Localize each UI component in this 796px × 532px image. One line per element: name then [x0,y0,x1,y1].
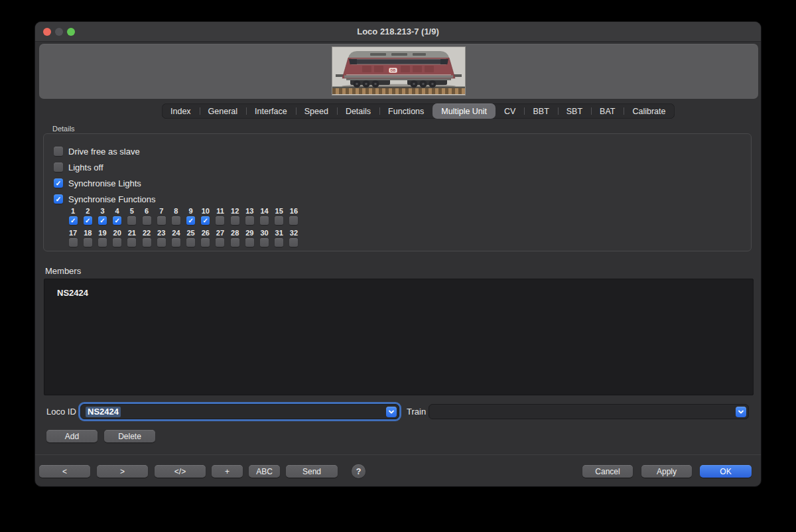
prev-button[interactable]: < [39,465,90,478]
function-checkbox-16[interactable] [289,216,298,225]
plus-button[interactable]: + [212,465,243,478]
function-number: 4 [115,207,119,216]
tab-details[interactable]: Details [337,103,379,119]
function-number: 21 [128,229,136,237]
function-checkbox-29[interactable] [245,238,254,247]
checkbox-icon[interactable] [54,147,63,156]
function-column: 1✓ [66,207,80,225]
member-item[interactable]: NS2424 [44,279,753,298]
title-bar[interactable]: Loco 218.213-7 (1/9) [35,22,761,42]
checkbox-row: Lights off [54,159,156,175]
function-checkbox-4[interactable]: ✓ [113,216,121,225]
function-checkbox-26[interactable] [201,238,210,247]
function-column: 12 [228,207,242,225]
function-checkbox-15[interactable] [275,216,283,225]
ok-button[interactable]: OK [700,465,752,478]
tab-interface[interactable]: Interface [246,103,296,119]
function-checkbox-2[interactable]: ✓ [84,216,92,225]
send-button[interactable]: Send [286,465,338,478]
function-checkbox-1[interactable]: ✓ [69,216,78,225]
function-checkbox-23[interactable] [157,238,166,247]
checkbox-icon[interactable] [54,163,63,172]
function-checkbox-12[interactable] [231,216,239,225]
checkbox-label: Lights off [68,163,103,172]
function-number: 23 [157,229,165,237]
tab-speed[interactable]: Speed [296,103,337,119]
checkbox-icon[interactable]: ✓ [54,178,63,188]
function-number: 16 [290,207,298,216]
checkbox-label: Drive free as slave [68,147,140,157]
function-checkbox-30[interactable] [260,238,269,247]
function-column: 8 [168,207,183,225]
function-checkbox-20[interactable] [113,238,121,247]
function-checkbox-24[interactable] [172,238,180,247]
checkbox-label: Synchronise Functions [68,194,156,204]
function-checkbox-9[interactable]: ✓ [186,216,195,225]
function-checkbox-31[interactable] [275,238,283,247]
function-checkbox-13[interactable] [245,216,254,225]
window-title: Loco 218.213-7 (1/9) [35,27,761,36]
train-combobox[interactable] [429,404,749,419]
tab-general[interactable]: General [200,103,246,119]
function-column: 15 [272,207,287,225]
next-button[interactable]: > [97,465,148,478]
function-checkbox-18[interactable] [84,238,92,247]
add-button[interactable]: Add [46,430,98,442]
function-checkbox-5[interactable] [127,216,136,225]
tab-sbt[interactable]: SBT [558,103,591,119]
function-checkbox-22[interactable] [143,238,151,247]
loco-dialog-window: Loco 218.213-7 (1/9) [34,21,762,487]
function-checkbox-14[interactable] [260,216,269,225]
function-number: 32 [290,229,298,237]
tab-multiple-unit[interactable]: Multiple Unit [432,103,496,119]
locomotive-image: DB [332,46,466,96]
function-column: 2✓ [80,207,95,225]
function-column: 20 [110,229,125,247]
tab-cv[interactable]: CV [496,103,524,119]
function-checkbox-11[interactable] [216,216,224,225]
loco-id-value: NS2424 [86,407,121,417]
delete-button[interactable]: Delete [104,430,155,442]
function-row: 1✓2✓3✓4✓56789✓10✓111213141516 [66,207,301,225]
function-number: 7 [159,207,163,216]
function-checkbox-32[interactable] [289,238,298,247]
function-checkbox-27[interactable] [216,238,224,247]
function-checkbox-6[interactable] [143,216,151,225]
function-number: 27 [216,229,224,237]
train-label: Train [407,407,426,417]
apply-button[interactable]: Apply [641,465,692,478]
members-list[interactable]: NS2424 [44,279,754,395]
tab-calibrate[interactable]: Calibrate [624,103,674,119]
cancel-button[interactable]: Cancel [582,465,633,478]
function-checkbox-25[interactable] [186,238,195,247]
abc-button[interactable]: ABC [249,465,280,478]
chevron-down-icon[interactable] [736,407,746,417]
function-grid: 1✓2✓3✓4✓56789✓10✓11121314151617181920212… [66,207,301,247]
tab-functions[interactable]: Functions [379,103,432,119]
function-number: 29 [245,229,253,237]
svg-text:DB: DB [391,68,396,72]
function-checkbox-21[interactable] [127,238,136,247]
code-button[interactable]: </> [155,465,206,478]
function-checkbox-7[interactable] [157,216,166,225]
function-number: 30 [260,229,268,237]
function-column: 32 [287,229,301,247]
function-checkbox-10[interactable]: ✓ [201,216,210,225]
function-column: 24 [168,229,183,247]
function-checkbox-28[interactable] [231,238,239,247]
loco-id-combobox[interactable]: NS2424 [80,404,399,419]
help-button[interactable]: ? [352,464,365,478]
function-checkbox-17[interactable] [69,238,78,247]
tab-bat[interactable]: BAT [591,103,624,119]
function-column: 23 [154,229,168,247]
function-number: 15 [275,207,283,216]
function-checkbox-19[interactable] [98,238,107,247]
loco-id-label: Loco ID [46,407,76,417]
tab-bbt[interactable]: BBT [524,103,557,119]
function-checkbox-8[interactable] [172,216,180,225]
tab-index[interactable]: Index [162,103,200,119]
checkbox-icon[interactable]: ✓ [54,194,63,204]
function-number: 18 [84,229,92,237]
function-checkbox-3[interactable]: ✓ [98,216,107,225]
chevron-down-icon[interactable] [386,407,397,417]
